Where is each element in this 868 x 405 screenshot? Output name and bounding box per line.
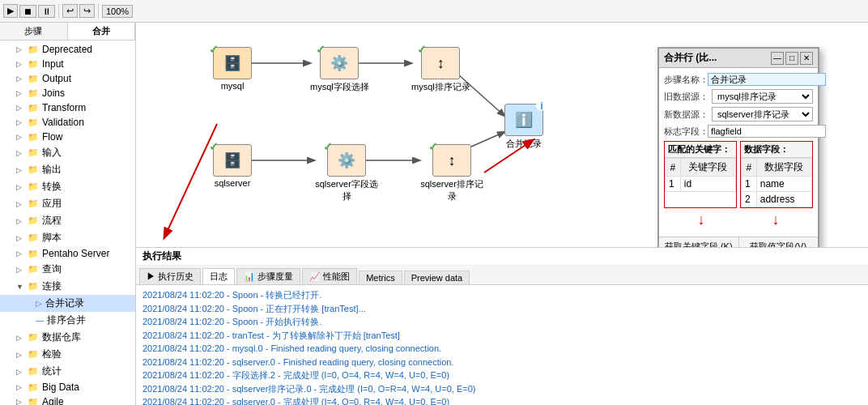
dialog-maximize[interactable]: □: [785, 52, 798, 65]
sidebar-item-agile[interactable]: ▷📁Agile: [0, 394, 135, 405]
expand-icon: ▷: [16, 351, 24, 359]
step-name-label: 步骤名称：: [664, 74, 704, 86]
toolbar-btn-3[interactable]: ⏸: [38, 5, 55, 18]
dialog-close[interactable]: ✕: [800, 52, 813, 65]
toolbar-sep-2: [98, 4, 99, 19]
bottom-tab-5[interactable]: Preview data: [404, 271, 470, 284]
sidebar-item-connect[interactable]: ▼📁连接: [0, 278, 135, 295]
dialog-titlebar: 合并行 (比... — □ ✕: [659, 49, 818, 68]
folder-icon: 📁: [28, 117, 39, 128]
node-label-mysql-sort: mysql排序记录: [411, 81, 470, 93]
sidebar-item-output2[interactable]: ▷📁输出: [0, 161, 135, 178]
sidebar-item-flow[interactable]: ▷📁Flow: [0, 130, 135, 144]
sidebar-item-bigdata[interactable]: ▷📁Big Data: [0, 380, 135, 394]
info-icon: i: [536, 100, 547, 111]
get-field-btn[interactable]: 获取值字段(V): [739, 237, 819, 247]
down-arrows: ↓ ↓: [664, 208, 813, 232]
tree-item-label: 流程: [42, 214, 62, 228]
bottom-tab-4[interactable]: Metrics: [359, 271, 402, 284]
sidebar-item-transform[interactable]: ▷📁Transform: [0, 100, 135, 115]
tree-item-label: Transform: [42, 102, 86, 113]
bottom-tab-1[interactable]: 日志: [202, 268, 235, 284]
sidebar-tab-merge[interactable]: 合并: [68, 23, 136, 40]
node-sqlserver-field[interactable]: ⚙️✓sqlserver字段选择: [314, 144, 379, 202]
toolbar-btn-1[interactable]: ▶: [3, 4, 18, 18]
sidebar-item-transform2[interactable]: ▷📁转换: [0, 178, 135, 195]
bottom-tab-3[interactable]: 📈 性能图: [302, 268, 357, 284]
bottom-tab-0[interactable]: ▶ 执行历史: [139, 268, 201, 284]
folder-icon: 📁: [28, 397, 39, 406]
sidebar-item-query[interactable]: ▷📁查询: [0, 261, 135, 278]
node-icon-mysql: 🗄️✓: [213, 47, 252, 79]
expand-icon: ▷: [16, 149, 24, 157]
dialog-minimize[interactable]: —: [771, 52, 784, 65]
new-source-select[interactable]: sqlserver排序记录: [712, 107, 813, 122]
sidebar-tab-steps[interactable]: 步骤: [0, 23, 68, 40]
sidebar-item-output[interactable]: ▷📁Output: [0, 71, 135, 86]
sidebar-item-flow2[interactable]: ▷📁流程: [0, 212, 135, 229]
expand-icon: ▷: [16, 234, 24, 242]
sidebar-item-sort-merge[interactable]: —排序合并: [0, 312, 135, 329]
sidebar-item-warehouse[interactable]: ▷📁数据仓库: [0, 329, 135, 346]
tree-item-label: 数据仓库: [42, 330, 81, 344]
node-mysql[interactable]: 🗄️✓mysql: [213, 47, 252, 91]
sidebar-item-input2[interactable]: ▷📁输入: [0, 144, 135, 161]
bottom-tab-2[interactable]: 📊 步骤度量: [236, 268, 300, 284]
field-table-title: 数据字段：: [741, 142, 812, 158]
flag-input[interactable]: [708, 125, 826, 138]
tree-item-label: Deprecated: [42, 44, 92, 55]
tree-item-label: 排序合并: [47, 313, 86, 327]
sidebar-item-validation[interactable]: ▷📁Validation: [0, 115, 135, 130]
sidebar-tabs: 步骤 合并: [0, 23, 135, 40]
expand-icon: ▷: [16, 217, 24, 225]
old-source-select[interactable]: mysql排序记录: [712, 89, 813, 104]
toolbar-btn-2[interactable]: ⏹: [19, 5, 36, 18]
sidebar-item-merge-rows[interactable]: ▷合并记录: [0, 295, 135, 312]
log-line: 2021/08/24 11:02:20 - sqlserver.0 - Fini…: [143, 356, 862, 369]
log-line: 2021/08/24 11:02:20 - mysql.0 - Finished…: [143, 342, 862, 356]
sidebar-item-input[interactable]: ▷📁Input: [0, 57, 135, 71]
folder-icon: 📁: [28, 59, 39, 70]
expand-icon: ▷: [16, 334, 24, 342]
sidebar-item-apply[interactable]: ▷📁应用: [0, 195, 135, 212]
sidebar-item-check[interactable]: ▷📁检验: [0, 346, 135, 363]
tree-item-label: Input: [42, 58, 64, 70]
sidebar-item-stats[interactable]: ▷📁统计: [0, 363, 135, 380]
check-icon: ✓: [323, 140, 333, 153]
log-line: 2021/08/24 11:02:20 - tranTest - 为了转换解除补…: [143, 329, 862, 343]
toolbar-btn-4[interactable]: ↩: [62, 4, 78, 18]
canvas[interactable]: 合并行 (比... — □ ✕ 步骤名称： 旧数据源：: [136, 23, 868, 247]
node-icon-merge-result: ℹ️i: [504, 104, 543, 136]
sidebar-tree: ▷📁Deprecated▷📁Input▷📁Output▷📁Joins▷📁Tran…: [0, 40, 135, 405]
toolbar-sep-1: [58, 4, 59, 19]
bottom-panel: 执行结果 ▶ 执行历史日志📊 步骤度量📈 性能图MetricsPreview d…: [136, 247, 868, 405]
node-sqlserver[interactable]: 🗄️✓sqlserver: [213, 144, 252, 188]
dialog-controls: — □ ✕: [771, 52, 813, 65]
file-icon: —: [36, 316, 44, 325]
merge-dialog: 合并行 (比... — □ ✕ 步骤名称： 旧数据源：: [657, 47, 819, 247]
sidebar-item-deprecated[interactable]: ▷📁Deprecated: [0, 42, 135, 57]
node-sqlserver-sort[interactable]: ↕️✓sqlserver排序记录: [419, 144, 484, 202]
step-name-input[interactable]: [708, 73, 826, 86]
expand-icon: ▷: [16, 249, 24, 258]
expand-icon: ▷: [16, 89, 24, 97]
sidebar-item-joins[interactable]: ▷📁Joins: [0, 86, 135, 100]
log-line: 2021/08/24 11:02:20 - 字段选择.2 - 完成处理 (I=0…: [143, 369, 862, 382]
sidebar-item-script[interactable]: ▷📁脚本: [0, 229, 135, 246]
get-key-btn[interactable]: 获取关键字段 (K): [659, 237, 739, 247]
toolbar-btn-zoom[interactable]: 100%: [102, 5, 133, 18]
tree-item-label: Output: [42, 73, 71, 84]
node-merge-result[interactable]: ℹ️i合并记录: [504, 104, 543, 150]
new-source-row: 新数据源： sqlserver排序记录: [664, 107, 813, 122]
sidebar-item-pentaho[interactable]: ▷📁Pentaho Server: [0, 246, 135, 261]
node-label-sqlserver: sqlserver: [215, 178, 251, 188]
folder-icon: 📁: [28, 147, 39, 158]
tree-item-label: 合并记录: [45, 296, 84, 310]
expand-icon: ▷: [16, 133, 24, 141]
expand-icon: ▷: [16, 104, 24, 112]
node-mysql-field[interactable]: ⚙️✓mysql字段选择: [310, 47, 369, 93]
bottom-tabs: ▶ 执行历史日志📊 步骤度量📈 性能图MetricsPreview data: [136, 266, 868, 285]
toolbar-btn-5[interactable]: ↪: [79, 4, 95, 18]
node-mysql-sort[interactable]: ↕️✓mysql排序记录: [411, 47, 470, 93]
tree-item-label: 查询: [42, 262, 62, 276]
